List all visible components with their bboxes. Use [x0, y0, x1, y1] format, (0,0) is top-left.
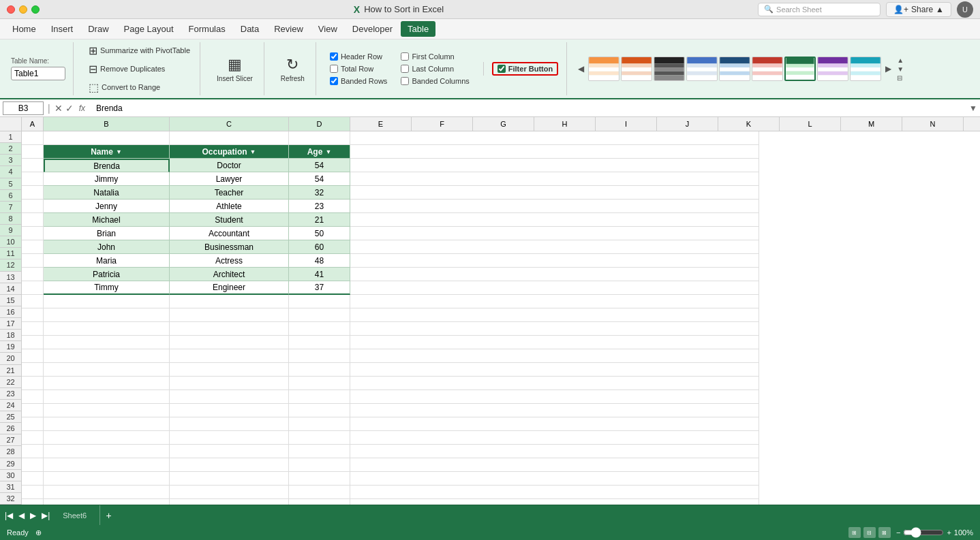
row-num-16[interactable]: 16	[0, 306, 21, 318]
remove-duplicates-button[interactable]: ⊟ Remove Duplicates	[85, 61, 194, 77]
col-header-o[interactable]: O	[964, 117, 980, 131]
cell-b11[interactable]: Patricia	[44, 268, 170, 281]
table-name-input[interactable]	[11, 67, 65, 80]
table-style-orange-2[interactable]	[621, 57, 652, 81]
cell-b12[interactable]: Timmy	[44, 281, 170, 295]
row-num-14[interactable]: 14	[0, 283, 21, 295]
row-num-23[interactable]: 23	[0, 388, 21, 400]
row-num-11[interactable]: 11	[0, 248, 21, 259]
row-num-32[interactable]: 32	[0, 493, 21, 505]
cell-b26[interactable]	[44, 472, 170, 486]
table-style-green[interactable]	[784, 57, 816, 81]
formula-input[interactable]	[91, 101, 966, 115]
cell-b16[interactable]	[44, 336, 170, 349]
header-row-checkbox[interactable]	[330, 52, 338, 61]
cell-b17[interactable]	[44, 349, 170, 363]
cell-a6[interactable]	[22, 200, 44, 213]
cell-a7[interactable]	[22, 213, 44, 227]
insert-slicer-button[interactable]: ▦ Insert Slicer	[211, 53, 258, 85]
cell-c14[interactable]	[170, 308, 289, 322]
col-header-l[interactable]: L	[780, 117, 841, 131]
row-num-18[interactable]: 18	[0, 330, 21, 341]
cell-rest-row6[interactable]	[350, 200, 759, 213]
cell-d3[interactable]: 54	[289, 159, 350, 172]
row-num-12[interactable]: 12	[0, 259, 21, 271]
cell-rest-row24[interactable]	[350, 445, 759, 458]
occupation-filter-arrow[interactable]: ▼	[250, 148, 256, 155]
convert-to-range-button[interactable]: ⬚ Convert to Range	[85, 80, 194, 95]
cell-rest-row5[interactable]	[350, 186, 759, 200]
cell-a15[interactable]	[22, 322, 44, 336]
cell-rest-row19[interactable]	[350, 377, 759, 390]
row-num-13[interactable]: 13	[0, 272, 21, 283]
menu-review[interactable]: Review	[267, 21, 310, 37]
summarize-pivot-button[interactable]: ⊞ Summarize with PivotTable	[85, 43, 194, 59]
cell-rest-row12[interactable]	[350, 281, 759, 295]
cell-rest-row23[interactable]	[350, 431, 759, 445]
styles-scroll-right-icon[interactable]: ▶	[883, 63, 894, 75]
share-button[interactable]: 👤+ Share ▲	[886, 2, 951, 17]
cell-a14[interactable]	[22, 308, 44, 322]
cell-b3[interactable]: Brenda	[44, 159, 170, 172]
banded-columns-option[interactable]: Banded Columns	[401, 76, 469, 86]
cell-c18[interactable]	[170, 363, 289, 377]
cell-rest-row7[interactable]	[350, 213, 759, 227]
cell-c24[interactable]	[170, 445, 289, 458]
cell-b2-header[interactable]: Name ▼	[44, 145, 170, 159]
cell-d2-header[interactable]: Age ▼	[289, 145, 350, 159]
cell-c1[interactable]	[170, 131, 289, 145]
cell-b8[interactable]: Brian	[44, 227, 170, 240]
menu-insert[interactable]: Insert	[44, 21, 80, 37]
cell-c27[interactable]	[170, 486, 289, 499]
cell-c20[interactable]	[170, 390, 289, 404]
page-layout-view-button[interactable]: ⊟	[863, 527, 876, 538]
last-column-checkbox[interactable]	[401, 65, 409, 73]
cell-b21[interactable]	[44, 404, 170, 417]
prev-sheet-arrow[interactable]: ◀	[16, 509, 27, 522]
cell-c25[interactable]	[170, 458, 289, 472]
table-style-orange-1[interactable]	[588, 57, 619, 81]
cell-c5[interactable]: Teacher	[170, 186, 289, 200]
add-sheet-button[interactable]: +	[100, 507, 117, 524]
page-break-view-button[interactable]: ⊠	[878, 527, 891, 538]
maximize-button[interactable]	[31, 5, 40, 14]
cell-a18[interactable]	[22, 363, 44, 377]
cell-rest-row27[interactable]	[350, 486, 759, 499]
table-style-dark[interactable]	[654, 57, 685, 81]
cell-rest-row18[interactable]	[350, 363, 759, 377]
cell-b4[interactable]: Jimmy	[44, 172, 170, 186]
cell-rest-row10[interactable]	[350, 254, 759, 268]
cell-a1[interactable]	[22, 131, 44, 145]
cell-c7[interactable]: Student	[170, 213, 289, 227]
cell-c16[interactable]	[170, 336, 289, 349]
cell-rest-row16[interactable]	[350, 336, 759, 349]
row-num-4[interactable]: 4	[0, 166, 21, 178]
cell-c9[interactable]: Businessman	[170, 240, 289, 254]
refresh-button[interactable]: ↻ Refresh	[275, 53, 310, 85]
cell-rest-row20[interactable]	[350, 390, 759, 404]
cell-b19[interactable]	[44, 377, 170, 390]
cell-b28[interactable]	[44, 499, 170, 505]
cell-a26[interactable]	[22, 472, 44, 486]
cell-b14[interactable]	[44, 308, 170, 322]
cell-b20[interactable]	[44, 390, 170, 404]
row-num-5[interactable]: 5	[0, 178, 21, 190]
cell-c8[interactable]: Accountant	[170, 227, 289, 240]
cell-d19[interactable]	[289, 377, 350, 390]
col-header-d[interactable]: D	[289, 117, 350, 131]
cell-c15[interactable]	[170, 322, 289, 336]
cell-rest-row26[interactable]	[350, 472, 759, 486]
cell-d23[interactable]	[289, 431, 350, 445]
cell-b18[interactable]	[44, 363, 170, 377]
banded-columns-checkbox[interactable]	[401, 77, 409, 85]
cell-a21[interactable]	[22, 404, 44, 417]
table-style-purple[interactable]	[817, 57, 848, 81]
cell-d27[interactable]	[289, 486, 350, 499]
close-button[interactable]	[7, 5, 15, 14]
cell-a5[interactable]	[22, 186, 44, 200]
row-num-20[interactable]: 20	[0, 353, 21, 364]
table-style-blue-1[interactable]	[686, 57, 718, 81]
row-num-15[interactable]: 15	[0, 295, 21, 306]
cell-b7[interactable]: Michael	[44, 213, 170, 227]
cell-rest-row3[interactable]	[350, 159, 759, 172]
